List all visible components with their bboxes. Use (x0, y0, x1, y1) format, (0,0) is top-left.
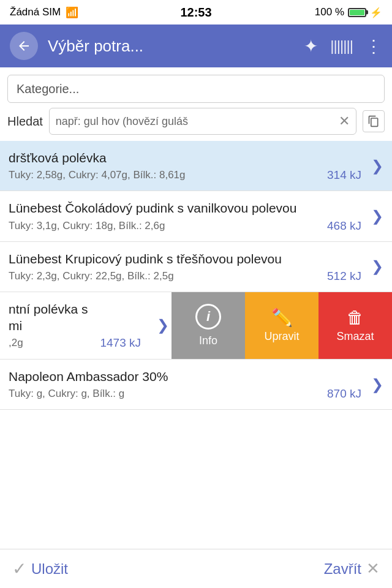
food-item-5-chevron: ❯ (371, 376, 383, 393)
wifi-icon: 📶 (66, 6, 78, 19)
app-title: Výběr potra... (48, 37, 294, 56)
food-item-4-name: ntní polévka smi (9, 301, 141, 334)
food-item-3-details: Tuky: 2,3g, Cukry: 22,5g, Bílk.: 2,5g 51… (9, 270, 361, 283)
food-item-3-nutrition: Tuky: 2,3g, Cukry: 22,5g, Bílk.: 2,5g (9, 270, 174, 282)
battery-percent: 100 % (315, 6, 344, 18)
back-button[interactable] (10, 32, 38, 60)
food-item-2-nutrition: Tuky: 3,1g, Cukry: 18g, Bílk.: 2,6g (9, 220, 165, 232)
info-action-button[interactable]: i Info (172, 292, 245, 359)
food-item-3-calories: 512 kJ (327, 270, 361, 283)
food-item-2-calories: 468 kJ (327, 219, 361, 233)
app-bar-icons: ✦ ||||||| ⋮ (304, 36, 382, 56)
search-bar: Hledat ✕ (0, 108, 392, 141)
food-item-3[interactable]: Lünebest Krupicový pudink s třešňovou po… (0, 242, 392, 292)
food-item-1-nutrition: Tuky: 2,58g, Cukry: 4,07g, Bílk.: 8,61g (9, 169, 186, 181)
food-item-5-name: Napoleon Ambassador 30% (9, 368, 361, 385)
food-item-5-details: Tuky: g, Cukry: g, Bílk.: g 870 kJ (9, 387, 361, 401)
copy-button[interactable] (363, 110, 385, 132)
charging-icon: ⚡ (370, 7, 382, 18)
food-item-1-details: Tuky: 2,58g, Cukry: 4,07g, Bílk.: 8,61g … (9, 168, 361, 182)
info-icon: i (195, 304, 221, 330)
food-item-5[interactable]: Napoleon Ambassador 30% Tuky: g, Cukry: … (0, 360, 392, 410)
food-item-2-details: Tuky: 3,1g, Cukry: 18g, Bílk.: 2,6g 468 … (9, 219, 361, 233)
food-item-4-nutrition: ,2g (9, 337, 23, 349)
delete-action-button[interactable]: 🗑 Smazat (318, 292, 392, 359)
food-item-2-chevron: ❯ (371, 208, 383, 225)
delete-label: Smazat (336, 330, 374, 343)
food-item-1-chevron: ❯ (371, 157, 383, 175)
food-item-1-calories: 314 kJ (327, 168, 361, 182)
search-clear-icon[interactable]: ✕ (339, 113, 350, 129)
status-time: 12:53 (180, 6, 211, 20)
carrier-text: Žádná SIM (10, 6, 61, 18)
food-item-2[interactable]: Lünebest Čokoládový pudink s vanilkovou … (0, 191, 392, 241)
search-input[interactable] (56, 115, 334, 128)
battery-fill (350, 10, 364, 15)
food-item-2-name: Lünebest Čokoládový pudink s vanilkovou … (9, 200, 361, 216)
food-item-1-name: dršťková polévka (9, 149, 361, 166)
save-button[interactable]: Uložit (31, 560, 68, 578)
food-list: dršťková polévka Tuky: 2,58g, Cukry: 4,0… (0, 141, 392, 410)
food-item-4-calories: 1473 kJ (100, 336, 141, 350)
food-item-1[interactable]: dršťková polévka Tuky: 2,58g, Cukry: 4,0… (0, 141, 392, 191)
search-label: Hledat (7, 115, 43, 129)
close-button[interactable]: Zavřít (324, 560, 361, 578)
copy-icon (368, 115, 380, 127)
food-item-5-calories: 870 kJ (327, 387, 361, 401)
close-section: Zavřít ✕ (324, 559, 380, 578)
search-input-container: ✕ (49, 108, 356, 135)
status-bar: Žádná SIM 📶 12:53 100 % ⚡ (0, 0, 392, 24)
star-icon[interactable]: ✦ (304, 36, 318, 56)
more-vertical-icon[interactable]: ⋮ (365, 36, 382, 56)
food-item-4[interactable]: ntní polévka smi ,2g 1473 kJ ❯ i Info ✏️… (0, 292, 392, 360)
info-label: Info (199, 334, 217, 347)
food-item-4-chevron: ❯ (157, 317, 169, 334)
food-item-3-name: Lünebest Krupicový pudink s třešňovou po… (9, 251, 361, 267)
bottom-bar: ✓ Uložit Zavřít ✕ (0, 549, 392, 588)
food-item-3-chevron: ❯ (371, 258, 383, 275)
battery-shell (348, 8, 366, 17)
status-battery: 100 % ⚡ (315, 6, 382, 18)
edit-icon: ✏️ (271, 307, 293, 328)
app-bar: Výběr potra... ✦ ||||||| ⋮ (0, 24, 392, 67)
category-selector[interactable]: Kategorie... (7, 75, 385, 103)
save-section: ✓ Uložit (12, 559, 68, 579)
food-item-4-details: ,2g 1473 kJ (9, 336, 141, 350)
battery-indicator (348, 8, 366, 17)
back-arrow-icon (17, 39, 31, 53)
swipe-actions: i Info ✏️ Upravit 🗑 Smazat (172, 292, 392, 359)
edit-action-button[interactable]: ✏️ Upravit (245, 292, 318, 359)
status-carrier: Žádná SIM 📶 (10, 6, 78, 19)
category-placeholder: Kategorie... (17, 82, 79, 96)
close-x-icon[interactable]: ✕ (366, 559, 380, 578)
edit-label: Upravit (264, 330, 299, 343)
delete-icon: 🗑 (347, 307, 364, 328)
checkmark-icon: ✓ (12, 559, 26, 579)
food-item-5-nutrition: Tuky: g, Cukry: g, Bílk.: g (9, 388, 124, 400)
barcode-icon[interactable]: ||||||| (330, 37, 353, 55)
